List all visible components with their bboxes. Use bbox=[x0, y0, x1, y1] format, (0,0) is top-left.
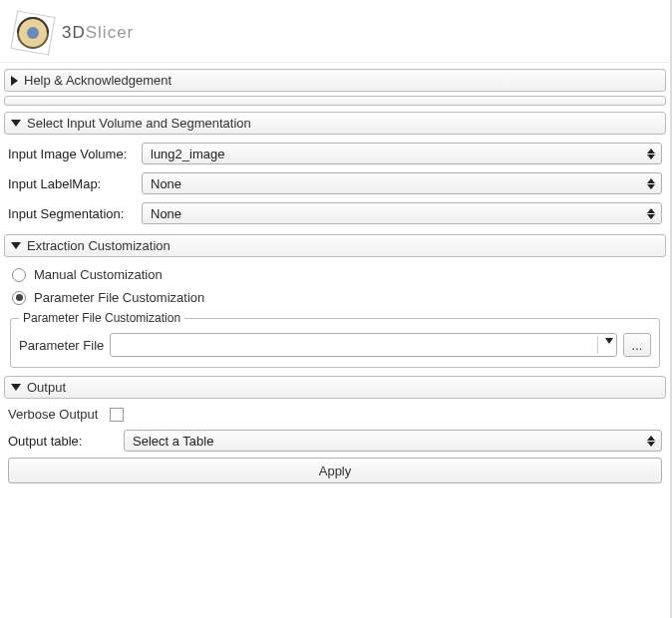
section-input[interactable]: Select Input Volume and Segmentation bbox=[4, 112, 666, 135]
radio-paramfile[interactable] bbox=[12, 291, 26, 305]
app-header: 3DSlicer bbox=[0, 0, 670, 63]
row-input-labelmap: Input LabelMap: None bbox=[4, 168, 666, 198]
radio-manual[interactable] bbox=[12, 268, 26, 282]
select-input-segmentation-value: None bbox=[151, 206, 181, 221]
app-title: 3DSlicer bbox=[62, 23, 134, 43]
section-output-label: Output bbox=[27, 380, 66, 395]
radio-paramfile-row[interactable]: Parameter File Customization bbox=[4, 284, 666, 307]
label-verbose: Verbose Output bbox=[8, 407, 104, 422]
svg-point-1 bbox=[27, 27, 39, 39]
apply-button-label: Apply bbox=[319, 464, 352, 478]
section-extraction[interactable]: Extraction Customization bbox=[4, 234, 666, 257]
updown-icon bbox=[644, 146, 658, 161]
radio-manual-label: Manual Customization bbox=[34, 267, 163, 282]
chevron-down-icon bbox=[11, 242, 21, 249]
label-input-image: Input Image Volume: bbox=[8, 147, 136, 161]
updown-icon bbox=[644, 175, 658, 191]
row-input-image: Input Image Volume: lung2_image bbox=[4, 139, 666, 168]
row-input-segmentation: Input Segmentation: None bbox=[4, 198, 666, 228]
section-help[interactable]: Help & Acknowledgement bbox=[4, 69, 666, 92]
chevron-down-icon bbox=[11, 120, 21, 127]
section-help-label: Help & Acknowledgement bbox=[24, 73, 171, 88]
group-parameter-file: Parameter File Customization Parameter F… bbox=[10, 311, 660, 368]
section-input-label: Select Input Volume and Segmentation bbox=[27, 116, 251, 131]
select-input-labelmap[interactable]: None bbox=[142, 172, 662, 194]
updown-icon bbox=[644, 205, 658, 221]
label-input-segmentation: Input Segmentation: bbox=[8, 206, 136, 221]
chevron-down-icon bbox=[11, 384, 21, 391]
label-input-labelmap: Input LabelMap: bbox=[8, 176, 136, 191]
apply-button[interactable]: Apply bbox=[8, 458, 662, 483]
app-title-prefix: 3D bbox=[62, 23, 86, 42]
select-input-image[interactable]: lung2_image bbox=[142, 143, 662, 164]
row-verbose: Verbose Output bbox=[4, 403, 666, 426]
radio-manual-row[interactable]: Manual Customization bbox=[4, 261, 666, 284]
dropdown-icon bbox=[605, 338, 613, 344]
browse-button[interactable]: ... bbox=[623, 333, 651, 357]
select-input-labelmap-value: None bbox=[151, 176, 181, 191]
updown-icon bbox=[644, 433, 658, 449]
chevron-right-icon bbox=[11, 76, 18, 86]
row-output-table: Output table: Select a Table bbox=[4, 426, 666, 456]
ellipsis-icon: ... bbox=[632, 338, 643, 353]
label-output-table: Output table: bbox=[8, 434, 118, 449]
section-output[interactable]: Output bbox=[4, 376, 666, 399]
app-title-rest: Slicer bbox=[86, 23, 135, 42]
select-input-segmentation[interactable]: None bbox=[142, 202, 662, 224]
select-input-image-value: lung2_image bbox=[151, 147, 224, 161]
radio-paramfile-label: Parameter File Customization bbox=[34, 290, 204, 305]
select-output-table-value: Select a Table bbox=[133, 434, 213, 449]
section-extraction-label: Extraction Customization bbox=[27, 238, 170, 253]
select-output-table[interactable]: Select a Table bbox=[124, 430, 662, 452]
group-parameter-file-title: Parameter File Customization bbox=[19, 311, 184, 325]
section-spacer bbox=[4, 96, 666, 106]
input-parameter-file[interactable] bbox=[110, 333, 617, 357]
checkbox-verbose[interactable] bbox=[110, 408, 124, 422]
label-parameter-file: Parameter File bbox=[19, 338, 104, 353]
slicer-logo-icon bbox=[8, 8, 58, 58]
